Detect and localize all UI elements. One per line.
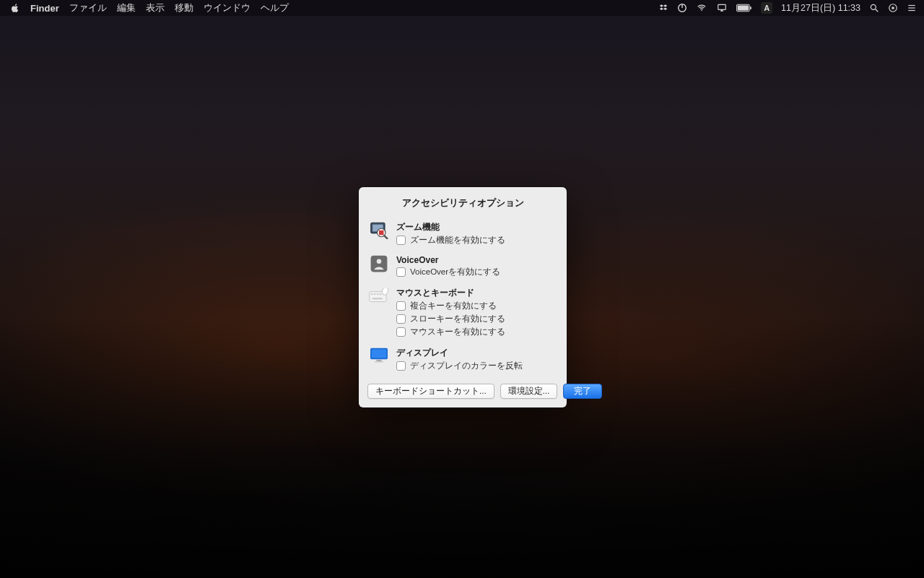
dialog-button-row: キーボードショートカット... 環境設定... 完了: [359, 376, 567, 407]
option-slow-keys[interactable]: スローキーを有効にする: [396, 312, 557, 325]
option-label: VoiceOverを有効にする: [410, 267, 500, 277]
power-icon[interactable]: [677, 3, 687, 13]
keyboard-icon: [369, 285, 389, 306]
menu-view[interactable]: 表示: [146, 1, 165, 14]
option-mouse-keys[interactable]: マウスキーを有効にする: [396, 325, 557, 338]
svg-rect-30: [372, 349, 387, 358]
app-name[interactable]: Finder: [30, 3, 59, 14]
apple-menu-icon[interactable]: [10, 3, 20, 13]
done-button[interactable]: 完了: [563, 384, 602, 399]
svg-point-7: [871, 4, 876, 9]
checkbox[interactable]: [396, 236, 406, 245]
svg-point-2: [701, 10, 702, 12]
dropbox-icon[interactable]: [658, 3, 668, 13]
svg-line-17: [384, 236, 387, 238]
voiceover-icon: [369, 254, 389, 274]
svg-rect-25: [380, 293, 381, 295]
menu-file[interactable]: ファイル: [69, 1, 107, 14]
preferences-button[interactable]: 環境設定...: [500, 384, 558, 399]
option-label: ズーム機能を有効にする: [410, 235, 505, 246]
menu-window[interactable]: ウインドウ: [204, 1, 250, 14]
section-mouse-keyboard: マウスとキーボード 複合キーを有効にする スローキーを有効にする マウスキーを有…: [359, 282, 567, 342]
option-enable-zoom[interactable]: ズーム機能を有効にする: [396, 233, 557, 246]
menu-help[interactable]: ヘルプ: [261, 1, 289, 14]
svg-line-8: [876, 9, 879, 12]
option-label: ディスプレイのカラーを反転: [410, 361, 523, 371]
svg-point-10: [892, 7, 894, 9]
menu-edit[interactable]: 編集: [117, 1, 136, 14]
checkbox[interactable]: [396, 327, 406, 337]
input-source-icon[interactable]: A: [761, 2, 772, 14]
option-label: 複合キーを有効にする: [410, 301, 497, 311]
section-display: ディスプレイ ディスプレイのカラーを反転: [359, 342, 567, 376]
checkbox[interactable]: [396, 267, 406, 277]
notification-center-icon[interactable]: [907, 3, 917, 13]
svg-rect-5: [750, 7, 751, 9]
svg-rect-6: [738, 6, 749, 11]
option-label: スローキーを有効にする: [410, 314, 505, 324]
keyboard-shortcuts-button[interactable]: キーボードショートカット...: [367, 384, 494, 399]
svg-rect-23: [374, 293, 375, 295]
wifi-icon[interactable]: [696, 3, 707, 13]
dialog-title: アクセシビリティオプション: [359, 187, 567, 217]
accessibility-options-dialog: アクセシビリティオプション ズーム機能 ズーム機能を有効にする VoiceOve…: [359, 187, 567, 407]
svg-rect-3: [718, 4, 726, 9]
checkbox[interactable]: [396, 314, 406, 324]
option-sticky-keys[interactable]: 複合キーを有効にする: [396, 299, 557, 312]
svg-rect-24: [377, 293, 378, 295]
menubar: Finder ファイル 編集 表示 移動 ウインドウ ヘルプ A 11月27日(…: [0, 0, 924, 16]
section-voiceover: VoiceOver VoiceOverを有効にする: [359, 251, 567, 282]
svg-rect-32: [375, 361, 383, 363]
siri-icon[interactable]: [888, 3, 898, 13]
display-icon: [369, 345, 389, 366]
menu-go[interactable]: 移動: [175, 1, 193, 14]
option-label: マウスキーを有効にする: [410, 327, 505, 337]
display-heading: ディスプレイ: [396, 347, 557, 359]
svg-rect-31: [377, 360, 382, 361]
airplay-icon[interactable]: [716, 3, 728, 13]
svg-point-20: [377, 259, 382, 264]
mouse-keyboard-heading: マウスとキーボード: [396, 287, 557, 299]
option-enable-voiceover[interactable]: VoiceOverを有効にする: [396, 265, 557, 278]
battery-icon[interactable]: [736, 4, 752, 12]
option-invert-colors[interactable]: ディスプレイのカラーを反転: [396, 359, 557, 372]
menubar-clock[interactable]: 11月27日(日) 11:33: [781, 2, 860, 14]
section-zoom: ズーム機能 ズーム機能を有効にする: [359, 217, 567, 251]
svg-rect-22: [371, 293, 372, 295]
voiceover-heading: VoiceOver: [396, 255, 557, 265]
checkbox[interactable]: [396, 301, 406, 311]
svg-rect-27: [372, 298, 383, 299]
svg-rect-18: [379, 230, 384, 236]
checkbox[interactable]: [396, 361, 406, 371]
zoom-heading: ズーム機能: [396, 221, 557, 233]
zoom-icon: [369, 220, 389, 240]
spotlight-icon[interactable]: [869, 3, 879, 13]
